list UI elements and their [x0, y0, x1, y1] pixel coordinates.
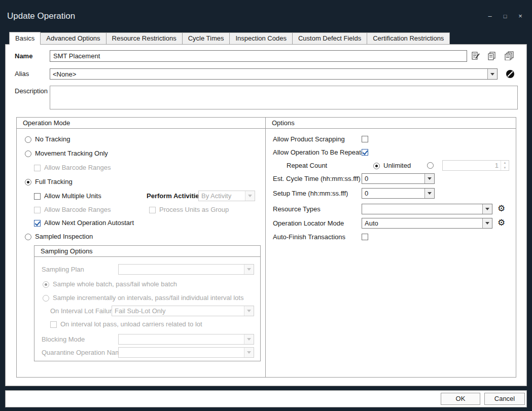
tab-custom-defect-fields[interactable]: Custom Defect Fields — [292, 32, 367, 45]
spin-up-icon: ▲ — [501, 161, 509, 166]
radio-label[interactable]: Full Tracking — [35, 178, 73, 186]
radio-label: Sample whole batch, pass/fail whole batc… — [53, 280, 177, 288]
auto-finish-transactions-checkbox[interactable] — [362, 234, 368, 240]
radio-label[interactable]: Movement Tracking Only — [35, 150, 108, 158]
chevron-down-icon — [247, 268, 251, 271]
radio-label[interactable]: No Tracking — [35, 135, 70, 143]
copy-page-icon[interactable] — [487, 51, 496, 60]
resource-types-input[interactable] — [362, 204, 482, 214]
radio-icon — [43, 281, 49, 288]
ok-button[interactable]: OK — [441, 393, 480, 405]
radio-icon[interactable] — [25, 136, 31, 143]
est-cycle-time-input[interactable] — [362, 174, 424, 183]
quarantine-operation-name-combo — [118, 347, 254, 358]
checkbox-icon — [34, 165, 41, 171]
operation-locator-mode-input[interactable] — [362, 218, 482, 228]
alias-dropdown-button[interactable] — [487, 69, 497, 79]
quarantine-operation-name-input — [119, 348, 244, 357]
est-cycle-time-combo[interactable] — [362, 173, 435, 184]
repeat-count-label: Repeat Count — [287, 162, 327, 170]
radio-icon[interactable] — [25, 234, 31, 240]
tab-inspection-codes[interactable]: Inspection Codes — [229, 32, 292, 45]
resource-types-gear-icon[interactable]: ⚙ — [498, 204, 505, 213]
blocking-mode-label: Blocking Mode — [42, 335, 85, 344]
spinner-buttons: ▲ ▼ — [501, 161, 509, 170]
radio-label[interactable]: Sampled Inspection — [35, 233, 93, 241]
checkbox-process-units-as-group: Process Units as Group — [149, 206, 229, 214]
checkbox-allow-next-operation-autostart[interactable]: Allow Next Operation Autostart — [34, 219, 134, 227]
description-input[interactable] — [50, 86, 518, 109]
allow-product-scrapping-label: Allow Product Scrapping — [273, 135, 345, 143]
cancel-button[interactable]: Cancel — [484, 393, 525, 405]
chevron-down-icon — [247, 338, 251, 341]
alias-input[interactable] — [50, 69, 487, 79]
checkbox-icon[interactable] — [34, 193, 41, 200]
setup-time-label: Setup Time (hh:mm:ss.fff) — [273, 190, 348, 198]
operation-locator-mode-combo[interactable] — [362, 218, 492, 229]
options-group: Options Allow Product Scrapping Allow Op… — [265, 117, 516, 378]
chevron-down-icon — [490, 73, 494, 76]
clear-alias-icon[interactable] — [506, 70, 514, 78]
operation-locator-mode-gear-icon[interactable]: ⚙ — [498, 218, 505, 228]
repeat-count-input — [443, 161, 501, 170]
radio-icon[interactable] — [373, 163, 380, 169]
chevron-down-icon — [248, 195, 252, 197]
allow-product-scrapping-checkbox[interactable] — [362, 136, 368, 142]
radio-icon[interactable] — [25, 179, 31, 185]
window-title: Update Operation — [7, 11, 75, 21]
resource-types-combo[interactable] — [362, 204, 492, 214]
edit-form-icon[interactable] — [471, 51, 480, 60]
allow-operation-to-be-repeated-checkbox[interactable] — [362, 149, 368, 156]
alias-combo[interactable] — [50, 68, 498, 80]
sampling-plan-label: Sampling Plan — [42, 266, 84, 274]
chevron-down-icon — [485, 222, 489, 225]
checkbox-label[interactable]: Allow Multiple Units — [44, 192, 101, 200]
radio-icon — [43, 295, 49, 302]
est-cycle-time-dropdown-button[interactable] — [424, 174, 434, 183]
repeat-count-spinner: ▲ ▼ — [442, 160, 509, 171]
operation-locator-mode-dropdown-button[interactable] — [482, 218, 492, 228]
maximize-button[interactable]: □ — [502, 13, 509, 20]
checkbox-allow-multiple-units[interactable]: Allow Multiple Units — [34, 192, 101, 200]
checkbox-icon — [50, 321, 57, 328]
setup-time-dropdown-button[interactable] — [424, 189, 434, 198]
tab-cycle-times[interactable]: Cycle Times — [182, 32, 230, 45]
radio-icon[interactable] — [25, 151, 31, 157]
radio-movement-tracking-only[interactable]: Movement Tracking Only — [25, 150, 108, 158]
minimize-button[interactable]: – — [486, 13, 493, 20]
tab-resource-restrictions[interactable]: Resource Restrictions — [106, 32, 183, 45]
spin-down-icon: ▼ — [501, 166, 509, 171]
radio-no-tracking[interactable]: No Tracking — [25, 135, 70, 143]
checkbox-label: On interval lot pass, unload carriers re… — [60, 320, 202, 328]
blocking-mode-dropdown-button — [244, 334, 254, 344]
tab-basics[interactable]: Basics — [9, 32, 41, 45]
setup-time-combo[interactable] — [362, 188, 435, 199]
sampling-plan-input — [119, 265, 244, 274]
perform-activities-dropdown-button — [245, 191, 255, 201]
options-group-title: Options — [266, 118, 516, 129]
tab-certification-restrictions[interactable]: Certification Restrictions — [367, 32, 450, 45]
radio-repeat-unlimited[interactable]: Unlimited — [373, 162, 411, 170]
radio-sampled-inspection[interactable]: Sampled Inspection — [25, 233, 93, 241]
est-cycle-time-label: Est. Cycle Time (hh:mm:ss.fff) — [273, 175, 361, 183]
radio-sample-whole-batch: Sample whole batch, pass/fail whole batc… — [43, 280, 177, 288]
setup-time-input[interactable] — [362, 189, 424, 198]
copy-all-icon[interactable] — [505, 51, 514, 60]
blocking-mode-combo — [118, 334, 254, 345]
tab-advanced-options[interactable]: Advanced Options — [40, 32, 106, 45]
auto-finish-transactions-label: Auto-Finish Transactions — [273, 233, 345, 241]
checkbox-allow-barcode-ranges-full: Allow Barcode Ranges — [34, 206, 111, 214]
operation-locator-mode-label: Operation Locator Mode — [273, 219, 344, 228]
close-button[interactable]: × — [517, 13, 524, 20]
radio-label[interactable]: Unlimited — [383, 162, 411, 170]
checkbox-label[interactable]: Allow Next Operation Autostart — [44, 219, 134, 227]
name-input[interactable] — [50, 50, 467, 62]
checkbox-icon[interactable] — [34, 220, 41, 227]
resource-types-dropdown-button[interactable] — [482, 204, 492, 214]
radio-label: Sample incrementally on intervals, pass/… — [53, 294, 243, 302]
radio-full-tracking[interactable]: Full Tracking — [25, 178, 73, 186]
radio-repeat-count[interactable] — [427, 162, 434, 169]
checkbox-allow-barcode-ranges-movement: Allow Barcode Ranges — [34, 164, 111, 172]
name-label: Name — [15, 52, 32, 60]
allow-operation-to-be-repeated-label: Allow Operation To Be Repeated — [273, 148, 368, 157]
